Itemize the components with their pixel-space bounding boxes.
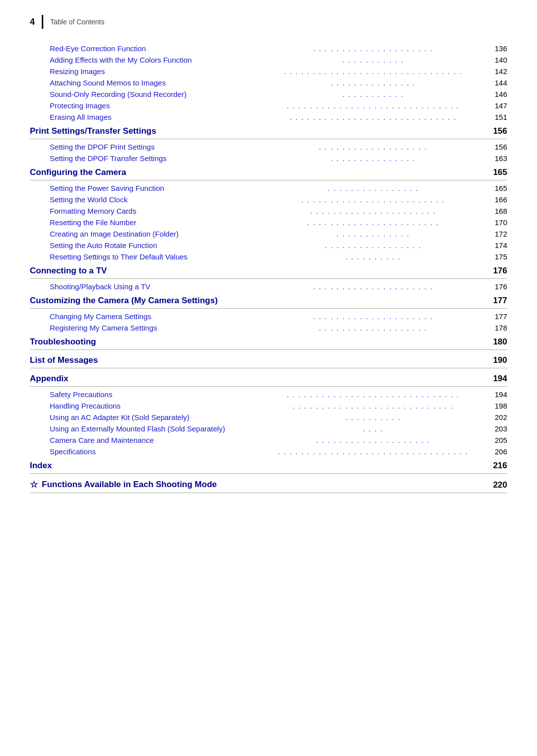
section-heading-page: 176 xyxy=(482,266,507,276)
toc-item-label: Using an AC Adapter Kit (Sold Separately… xyxy=(50,413,264,421)
toc-item-page: 146 xyxy=(482,90,507,98)
toc-dots: . . . . . . . . . . . . . . . . . . . . … xyxy=(264,68,482,76)
section-heading-configuring[interactable]: Configuring the Camera165 xyxy=(30,164,507,180)
toc-dots: . . . . . . . . . . . . . . . . . . . . … xyxy=(264,113,482,121)
star-icon: ☆ xyxy=(30,479,38,490)
section-heading-label: Appendix xyxy=(30,374,68,384)
toc-item-label: Erasing All Images xyxy=(50,113,264,121)
toc-item-page: 172 xyxy=(482,230,507,238)
list-item[interactable]: Erasing All Images . . . . . . . . . . .… xyxy=(30,111,507,123)
section-heading-functions[interactable]: ☆Functions Available in Each Shooting Mo… xyxy=(30,476,507,493)
toc-item-label: Safety Precautions xyxy=(50,390,264,399)
list-item[interactable]: Attaching Sound Memos to Images . . . . … xyxy=(30,77,507,88)
toc-item-label: Sound-Only Recording (Sound Recorder) xyxy=(50,90,264,98)
toc-item-page: 166 xyxy=(482,195,507,204)
section-heading-page: 216 xyxy=(482,461,507,471)
list-item[interactable]: Resetting the File Number . . . . . . . … xyxy=(30,217,507,228)
toc-item-page: 156 xyxy=(482,143,507,151)
list-item[interactable]: Camera Care and Maintenance . . . . . . … xyxy=(30,434,507,446)
toc-item-label: Specifications xyxy=(50,447,264,456)
toc-item-label: Resizing Images xyxy=(50,67,264,76)
toc-item-page: 142 xyxy=(482,67,507,76)
toc-dots: . . . . . . . . . . . . . . . . . . . . … xyxy=(264,45,482,53)
list-item[interactable]: Registering My Camera Settings . . . . .… xyxy=(30,322,507,334)
list-item[interactable]: Safety Precautions . . . . . . . . . . .… xyxy=(30,389,507,400)
list-item[interactable]: Setting the Power Saving Function . . . … xyxy=(30,182,507,194)
toc-dots: . . . . . . . . . . . . . . . xyxy=(264,155,482,163)
toc-item-label: Setting the World Clock xyxy=(50,195,264,204)
toc-item-label: Resetting Settings to Their Default Valu… xyxy=(50,252,264,261)
toc-item-page: 168 xyxy=(482,207,507,215)
list-item[interactable]: Setting the Auto Rotate Function . . . .… xyxy=(30,240,507,251)
toc-item-page: 206 xyxy=(482,447,507,456)
page-number: 4 xyxy=(30,17,35,27)
toc-item-page: 202 xyxy=(482,413,507,421)
toc-item-label: Setting the DPOF Transfer Settings xyxy=(50,154,264,163)
toc-item-label: Camera Care and Maintenance xyxy=(50,436,264,444)
section-heading-page: 165 xyxy=(482,168,507,177)
toc-item-label: Changing My Camera Settings xyxy=(50,312,264,321)
section-heading-connecting-tv[interactable]: Connecting to a TV176 xyxy=(30,262,507,279)
toc-item-label: Setting the Power Saving Function xyxy=(50,184,264,192)
toc-item-page: 198 xyxy=(482,402,507,410)
list-item[interactable]: Formatting Memory Cards . . . . . . . . … xyxy=(30,205,507,217)
toc-item-label: Using an Externally Mounted Flash (Sold … xyxy=(50,424,264,433)
section-heading-troubleshooting[interactable]: Troubleshooting180 xyxy=(30,334,507,350)
toc-dots: . . . . . . . . . . . . . . . . . xyxy=(264,242,482,250)
toc-item-page: 205 xyxy=(482,436,507,444)
toc-item-label: Adding Effects with the My Colors Functi… xyxy=(50,56,264,64)
list-item[interactable]: Setting the World Clock . . . . . . . . … xyxy=(30,194,507,205)
toc-item-page: 175 xyxy=(482,252,507,261)
toc-dots: . . . . . . . . . . . . . . . . . . . . … xyxy=(264,391,482,399)
toc-item-page: 170 xyxy=(482,218,507,227)
list-item[interactable]: Protecting Images . . . . . . . . . . . … xyxy=(30,100,507,111)
header-title: Table of Contents xyxy=(50,18,104,26)
list-item[interactable]: Using an AC Adapter Kit (Sold Separately… xyxy=(30,412,507,423)
list-item[interactable]: Changing My Camera Settings . . . . . . … xyxy=(30,311,507,322)
toc-dots: . . . . . . . . . . . xyxy=(264,90,482,98)
section-heading-page: 177 xyxy=(482,296,507,306)
toc-item-page: 194 xyxy=(482,390,507,399)
toc-item-label: Registering My Camera Settings xyxy=(50,324,264,332)
header-divider xyxy=(42,15,43,29)
toc-dots: . . . . . . . . . . . xyxy=(264,56,482,64)
toc-dots: . . . . . . . . . . . . . . . . . . . . … xyxy=(264,283,482,291)
toc-dots: . . . . xyxy=(264,425,482,433)
list-item[interactable]: Using an Externally Mounted Flash (Sold … xyxy=(30,423,507,434)
section-heading-customizing[interactable]: Customizing the Camera (My Camera Settin… xyxy=(30,292,507,309)
section-heading-label: Troubleshooting xyxy=(30,337,96,347)
list-item[interactable]: Creating an Image Destination (Folder) .… xyxy=(30,228,507,240)
toc-dots: . . . . . . . . . . . . . . . . . . . . … xyxy=(264,207,482,215)
section-heading-page: 220 xyxy=(482,480,507,490)
list-item[interactable]: Specifications . . . . . . . . . . . . .… xyxy=(30,446,507,457)
list-item[interactable]: Shooting/Playback Using a TV . . . . . .… xyxy=(30,281,507,292)
toc-dots: . . . . . . . . . . . . . . . . . . . . xyxy=(264,436,482,444)
list-item[interactable]: Sound-Only Recording (Sound Recorder) . … xyxy=(30,88,507,100)
toc-item-label: Formatting Memory Cards xyxy=(50,207,264,215)
section-heading-label: List of Messages xyxy=(30,355,98,365)
section-heading-print-settings[interactable]: Print Settings/Transfer Settings156 xyxy=(30,123,507,139)
list-item[interactable]: Setting the DPOF Transfer Settings . . .… xyxy=(30,153,507,164)
toc-dots: . . . . . . . . . . . . . . . . . . . . … xyxy=(264,402,482,410)
list-item[interactable]: Resizing Images . . . . . . . . . . . . … xyxy=(30,66,507,77)
section-heading-index[interactable]: Index216 xyxy=(30,457,507,474)
toc-item-label: Attaching Sound Memos to Images xyxy=(50,79,264,87)
toc-dots: . . . . . . . . . . . . . . . . . . . xyxy=(264,143,482,151)
toc-item-page: 178 xyxy=(482,324,507,332)
section-heading-list-messages[interactable]: List of Messages190 xyxy=(30,352,507,368)
section-heading-label: ☆Functions Available in Each Shooting Mo… xyxy=(30,479,217,490)
list-item[interactable]: Adding Effects with the My Colors Functi… xyxy=(30,54,507,66)
toc-item-page: 174 xyxy=(482,241,507,250)
list-item[interactable]: Setting the DPOF Print Settings . . . . … xyxy=(30,141,507,153)
toc-dots: . . . . . . . . . . . . . . . . . . . . … xyxy=(264,313,482,321)
toc-dots: . . . . . . . . . . xyxy=(264,253,482,261)
section-heading-page: 194 xyxy=(482,374,507,384)
page-header: 4 Table of Contents xyxy=(30,15,507,29)
toc-dots: . . . . . . . . . . xyxy=(264,414,482,421)
list-item[interactable]: Resetting Settings to Their Default Valu… xyxy=(30,251,507,262)
section-heading-label: Index xyxy=(30,461,52,471)
table-of-contents: Red-Eye Correction Function . . . . . . … xyxy=(30,43,507,493)
list-item[interactable]: Handling Precautions . . . . . . . . . .… xyxy=(30,400,507,412)
section-heading-appendix[interactable]: Appendix194 xyxy=(30,370,507,387)
list-item[interactable]: Red-Eye Correction Function . . . . . . … xyxy=(30,43,507,54)
